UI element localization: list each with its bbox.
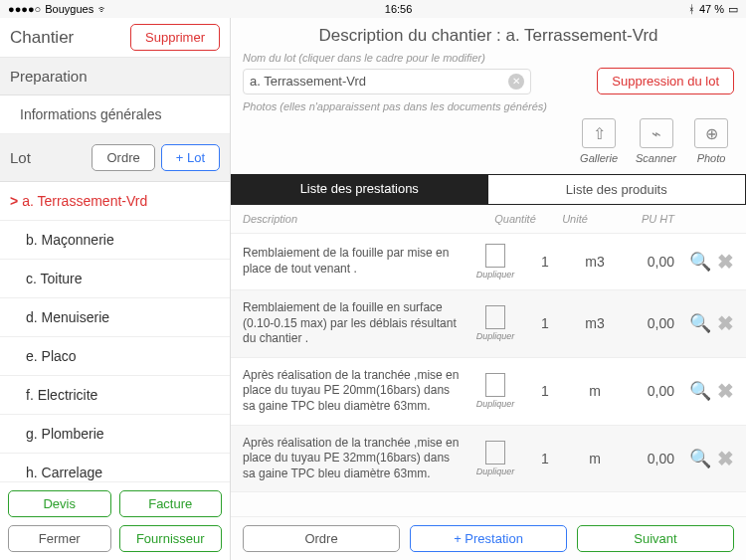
row-pu: 0,00	[620, 315, 674, 331]
table-header: Description Quantité Unité PU HT	[231, 205, 746, 234]
section-preparation[interactable]: Preparation	[0, 58, 230, 95]
row-unit: m3	[570, 315, 620, 331]
th-pu: PU HT	[605, 213, 674, 225]
tab-prestations[interactable]: Liste des prestations	[231, 174, 488, 205]
wifi-icon: ᯤ	[97, 3, 108, 15]
fournisseur-button[interactable]: Fournisseur	[119, 525, 223, 552]
row-unit: m	[570, 383, 620, 399]
duplicate-button[interactable]: Dupliquer	[470, 305, 520, 341]
scanner-icon: ⌁	[640, 118, 673, 148]
duplicate-label: Dupliquer	[476, 331, 515, 341]
delete-row-icon[interactable]: ✖	[717, 311, 734, 335]
table-row: Après réalisation de la tranchée ,mise e…	[231, 358, 746, 426]
tab-produits[interactable]: Liste des produits	[488, 174, 747, 205]
row-unit: m3	[570, 254, 620, 270]
add-prestation-button[interactable]: + Prestation	[410, 525, 567, 552]
th-quantite: Quantité	[485, 213, 545, 225]
duplicate-label: Dupliquer	[476, 399, 515, 409]
add-lot-button[interactable]: + Lot	[161, 144, 220, 171]
sidebar-lot-item[interactable]: >a. Terrassement-Vrd	[0, 182, 230, 221]
lot-label: d. Menuiserie	[26, 309, 109, 325]
facture-button[interactable]: Facture	[119, 490, 223, 517]
content-title: Description du chantier : a. Terrassemen…	[231, 18, 746, 52]
camera-icon: ⊕	[694, 118, 728, 148]
sidebar-lot-item[interactable]: f. Electricite	[0, 376, 230, 415]
lot-name-input[interactable]	[250, 74, 508, 89]
sidebar: Chantier Supprimer Preparation Informati…	[0, 18, 231, 560]
photo-button[interactable]: ⊕ Photo	[694, 118, 728, 164]
battery-pct: 47 %	[699, 3, 724, 15]
lot-name-input-wrap[interactable]: ✕	[243, 69, 531, 94]
clear-lot-name-icon[interactable]: ✕	[508, 74, 524, 90]
gallerie-label: Gallerie	[580, 152, 618, 164]
delete-lot-button[interactable]: Suppression du lot	[597, 68, 734, 94]
row-qty: 1	[520, 383, 570, 399]
search-icon[interactable]: 🔍	[689, 448, 711, 469]
suivant-button[interactable]: Suivant	[577, 525, 734, 552]
row-unit: m	[570, 451, 620, 467]
clock: 16:56	[385, 3, 413, 15]
photos-label: Photos (elles n'apparaissent pas dans le…	[231, 100, 746, 112]
order-prest-button[interactable]: Ordre	[243, 525, 400, 552]
sidebar-lot-item[interactable]: e. Placo	[0, 337, 230, 376]
scanner-label: Scanner	[636, 152, 676, 164]
delete-row-icon[interactable]: ✖	[717, 447, 734, 470]
table-row: Remblaiement de la fouille en surface (0…	[231, 290, 746, 358]
row-description: Après réalisation de la tranchée ,mise e…	[243, 368, 470, 415]
photo-label: Photo	[697, 152, 726, 164]
sidebar-item-infos[interactable]: Informations générales	[0, 95, 230, 134]
scanner-button[interactable]: ⌁ Scanner	[636, 118, 676, 164]
lot-label: f. Electricite	[26, 387, 97, 403]
search-icon[interactable]: 🔍	[689, 251, 711, 273]
sidebar-lot-item[interactable]: h. Carrelage	[0, 454, 230, 481]
lot-label: g. Plomberie	[26, 426, 104, 442]
table-row: Après réalisation de la tranchée ,mise e…	[231, 426, 746, 493]
sidebar-lot-item[interactable]: d. Menuiserie	[0, 298, 230, 337]
row-description: Après réalisation de la tranchée ,mise e…	[243, 436, 470, 482]
duplicate-icon	[485, 244, 505, 268]
lot-label: e. Placo	[26, 348, 77, 364]
signal-dots-icon: ●●●●○	[8, 3, 41, 15]
row-qty: 1	[520, 315, 570, 331]
duplicate-icon	[485, 441, 505, 465]
chevron-right-icon: >	[10, 193, 18, 209]
status-bar: ●●●●○ Bouygues ᯤ 16:56 ᚼ 47 % ▭	[0, 0, 746, 18]
lot-label: c. Toiture	[26, 271, 83, 286]
search-icon[interactable]: 🔍	[689, 312, 711, 334]
lot-label: h. Carrelage	[26, 465, 102, 480]
th-description: Description	[243, 213, 485, 225]
sidebar-lot-item[interactable]: c. Toiture	[0, 260, 230, 298]
upload-icon: ⇧	[582, 118, 616, 148]
battery-icon: ▭	[728, 3, 738, 16]
gallerie-button[interactable]: ⇧ Gallerie	[580, 118, 618, 164]
devis-button[interactable]: Devis	[8, 490, 111, 517]
th-unite: Unité	[545, 213, 605, 225]
content: Description du chantier : a. Terrassemen…	[231, 18, 746, 560]
fermer-button[interactable]: Fermer	[8, 525, 111, 552]
row-qty: 1	[520, 254, 570, 270]
duplicate-icon	[485, 373, 505, 397]
carrier: Bouygues	[45, 3, 93, 15]
sidebar-lot-item[interactable]: g. Plomberie	[0, 415, 230, 454]
lot-order-button[interactable]: Ordre	[92, 144, 154, 171]
row-pu: 0,00	[620, 383, 674, 399]
duplicate-label: Dupliquer	[476, 467, 515, 476]
row-pu: 0,00	[620, 254, 674, 270]
row-description: Remblaiement de la fouille par mise en p…	[243, 246, 470, 277]
lot-name-label: Nom du lot (cliquer dans le cadre pour l…	[231, 52, 746, 64]
delete-chantier-button[interactable]: Supprimer	[130, 24, 220, 51]
sidebar-lot-item[interactable]: b. Maçonnerie	[0, 221, 230, 260]
lot-header-label: Lot	[10, 149, 31, 166]
table-row: Remblaiement de la fouille par mise en p…	[231, 234, 746, 290]
duplicate-label: Dupliquer	[476, 270, 515, 280]
delete-row-icon[interactable]: ✖	[717, 250, 734, 274]
delete-row-icon[interactable]: ✖	[717, 379, 734, 403]
duplicate-button[interactable]: Dupliquer	[470, 244, 520, 280]
search-icon[interactable]: 🔍	[689, 380, 711, 402]
row-description: Remblaiement de la fouille en surface (0…	[243, 300, 470, 347]
duplicate-button[interactable]: Dupliquer	[470, 373, 520, 409]
lot-label: a. Terrassement-Vrd	[22, 193, 147, 209]
lot-label: b. Maçonnerie	[26, 232, 114, 248]
duplicate-button[interactable]: Dupliquer	[470, 441, 520, 476]
section-lot: Lot Ordre + Lot	[0, 134, 230, 182]
